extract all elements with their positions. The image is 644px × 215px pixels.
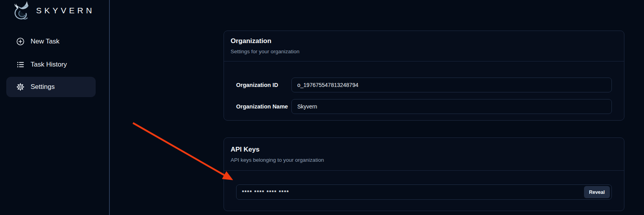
app-logo-text: SKYVERN <box>36 6 95 15</box>
list-icon <box>16 60 25 69</box>
api-keys-card: API Keys API keys belonging to your orga… <box>224 137 624 211</box>
organization-card-body: Organization ID Organization Name <box>224 61 624 114</box>
organization-card: Organization Settings for your organizat… <box>224 31 624 121</box>
organization-name-row: Organization Name <box>236 99 612 114</box>
organization-card-header: Organization Settings for your organizat… <box>224 31 624 61</box>
sidebar: SKYVERN New Task Task History <box>0 0 110 215</box>
annotation-arrow-line <box>133 123 231 179</box>
sidebar-item-new-task[interactable]: New Task <box>6 31 96 52</box>
organization-id-label: Organization ID <box>236 82 291 88</box>
reveal-button[interactable]: Reveal <box>584 186 610 198</box>
organization-card-subtitle: Settings for your organization <box>231 49 617 54</box>
api-key-masked-value: **** **** **** **** <box>242 189 584 195</box>
sidebar-item-settings[interactable]: Settings <box>6 77 96 97</box>
sidebar-item-label: New Task <box>31 38 59 45</box>
gear-icon <box>16 83 25 91</box>
sidebar-item-label: Task History <box>31 61 67 69</box>
skyvern-dragon-icon <box>11 1 33 20</box>
app-logo: SKYVERN <box>11 1 95 20</box>
api-keys-card-subtitle: API keys belonging to your organization <box>231 157 617 163</box>
plus-circle-icon <box>16 37 25 46</box>
api-keys-card-header: API Keys API keys belonging to your orga… <box>224 138 624 171</box>
api-keys-card-body: **** **** **** **** Reveal <box>224 171 624 200</box>
sidebar-item-label: Settings <box>31 83 55 91</box>
sidebar-item-task-history[interactable]: Task History <box>6 54 96 75</box>
api-keys-card-title: API Keys <box>231 146 617 154</box>
api-key-field[interactable]: **** **** **** **** Reveal <box>236 184 612 200</box>
organization-name-label: Organization Name <box>236 103 291 110</box>
organization-id-row: Organization ID <box>236 78 612 92</box>
organization-id-input[interactable] <box>291 78 612 92</box>
organization-card-title: Organization <box>231 37 617 45</box>
organization-name-input[interactable] <box>291 99 612 114</box>
